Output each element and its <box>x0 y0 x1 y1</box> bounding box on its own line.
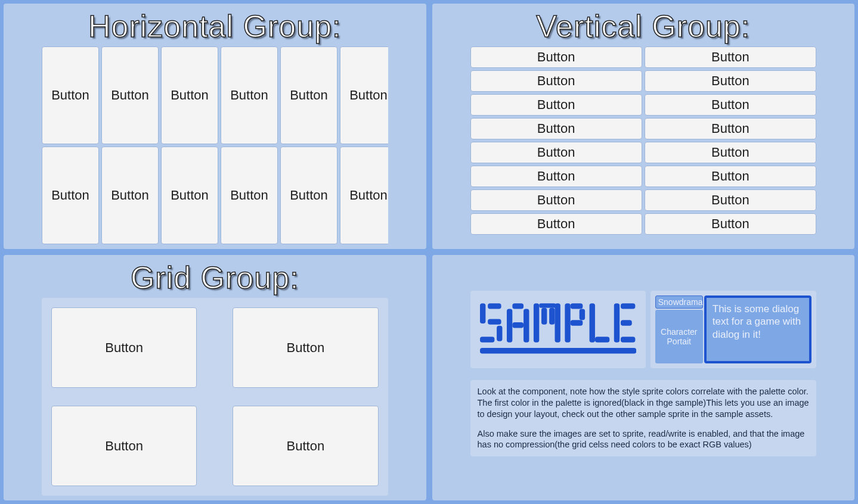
hgroup-button[interactable]: Button <box>101 46 159 144</box>
hgroup-button[interactable]: Button <box>340 147 388 244</box>
svg-rect-4 <box>480 337 494 342</box>
hgroup-button[interactable]: Button <box>161 147 218 244</box>
svg-rect-13 <box>539 303 556 307</box>
svg-rect-19 <box>594 337 609 342</box>
svg-rect-10 <box>555 303 560 343</box>
vgroup-button[interactable]: Button <box>645 94 816 116</box>
svg-rect-11 <box>541 308 547 325</box>
svg-rect-7 <box>512 303 524 309</box>
vgroup-button[interactable]: Button <box>645 70 816 92</box>
svg-rect-17 <box>579 309 584 321</box>
info-panel: Snowdrama Character Portait This is some… <box>431 254 856 502</box>
vgroup-button[interactable]: Button <box>470 213 642 235</box>
hgroup-button[interactable]: Button <box>280 46 337 144</box>
svg-rect-15 <box>570 303 583 309</box>
hgroup-button[interactable]: Button <box>221 46 278 144</box>
dialog-speaker-name: Snowdrama <box>655 295 703 309</box>
horizontal-group-scroll[interactable]: ButtonButtonButtonButtonButtonButtonButt… <box>42 46 388 244</box>
sample-sprite-icon <box>480 301 636 361</box>
ggroup-button[interactable]: Button <box>233 307 378 388</box>
vgroup-button[interactable]: Button <box>470 70 642 92</box>
ggroup-button[interactable]: Button <box>51 307 197 388</box>
hgroup-button[interactable]: Button <box>340 46 388 144</box>
svg-rect-16 <box>570 320 583 325</box>
dialog-text: This is some dialog text for a game with… <box>704 295 811 363</box>
vgroup-button[interactable]: Button <box>645 189 816 211</box>
sample-sprite-box <box>470 291 646 368</box>
hgroup-button[interactable]: Button <box>161 46 218 144</box>
svg-rect-8 <box>512 322 524 328</box>
ggroup-button[interactable]: Button <box>233 406 378 486</box>
vgroup-button[interactable]: Button <box>470 142 642 163</box>
vgroup-button[interactable]: Button <box>470 94 642 116</box>
vgroup-button[interactable]: Button <box>470 46 642 68</box>
grid-group-area: ButtonButtonButtonButton <box>42 298 388 496</box>
horizontal-group-panel: Horizontal Group: ButtonButtonButtonButt… <box>2 2 428 250</box>
svg-rect-5 <box>506 309 512 343</box>
svg-rect-0 <box>480 303 485 323</box>
vgroup-button[interactable]: Button <box>645 213 816 235</box>
vertical-group-panel: Vertical Group: ButtonButtonButtonButton… <box>431 2 856 250</box>
dialog-box: Snowdrama Character Portait This is some… <box>651 291 816 368</box>
svg-rect-22 <box>621 320 632 325</box>
svg-rect-12 <box>549 308 555 325</box>
vgroup-button[interactable]: Button <box>645 118 816 139</box>
hgroup-button[interactable]: Button <box>42 147 99 244</box>
info-description: Look at the component, note how the styl… <box>470 380 817 456</box>
svg-rect-1 <box>488 303 501 309</box>
svg-rect-14 <box>565 303 570 343</box>
vertical-group-title: Vertical Group: <box>470 8 817 44</box>
info-description-p2: Also make sure the images are set to spr… <box>478 428 810 451</box>
vgroup-button[interactable]: Button <box>470 118 642 139</box>
horizontal-group-title: Horizontal Group: <box>42 8 388 44</box>
svg-rect-2 <box>488 319 501 324</box>
svg-rect-6 <box>524 309 529 343</box>
grid-group-panel: Grid Group: ButtonButtonButtonButton <box>2 254 428 502</box>
dialog-portrait-label: Character Portait <box>655 310 703 363</box>
ggroup-button[interactable]: Button <box>51 406 197 486</box>
hgroup-button[interactable]: Button <box>221 147 278 244</box>
hgroup-button[interactable]: Button <box>101 147 159 244</box>
vgroup-button[interactable]: Button <box>645 46 816 68</box>
vgroup-button[interactable]: Button <box>470 166 642 187</box>
svg-rect-20 <box>614 303 619 343</box>
hgroup-button[interactable]: Button <box>280 147 337 244</box>
vertical-group-scroll[interactable]: ButtonButtonButtonButtonButtonButtonButt… <box>470 46 817 244</box>
vgroup-button[interactable]: Button <box>645 142 816 163</box>
vgroup-button[interactable]: Button <box>470 189 642 211</box>
info-description-p1: Look at the component, note how the styl… <box>478 386 810 420</box>
svg-rect-24 <box>480 348 636 353</box>
grid-group-title: Grid Group: <box>42 260 388 295</box>
svg-rect-9 <box>533 303 538 343</box>
svg-rect-3 <box>497 326 502 341</box>
hgroup-button[interactable]: Button <box>42 46 99 144</box>
svg-rect-23 <box>621 337 635 342</box>
svg-rect-21 <box>621 303 635 309</box>
svg-rect-18 <box>589 303 594 343</box>
vgroup-button[interactable]: Button <box>645 166 816 187</box>
